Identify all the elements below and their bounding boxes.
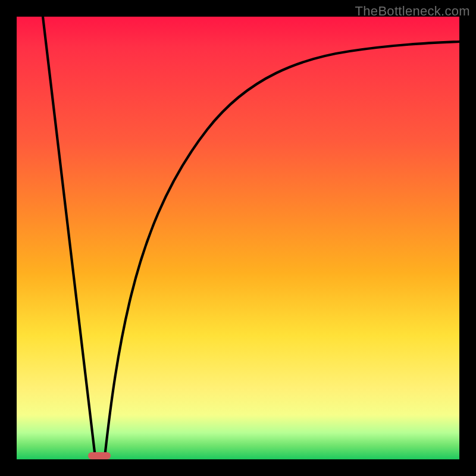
chart-frame: TheBottleneck.com: [0, 0, 476, 476]
curve-layer: [17, 17, 459, 459]
right-curve: [105, 42, 459, 457]
watermark-text: TheBottleneck.com: [355, 4, 470, 19]
valley-marker: [88, 452, 111, 459]
plot-area: [17, 17, 459, 459]
left-v-leg: [43, 17, 95, 457]
